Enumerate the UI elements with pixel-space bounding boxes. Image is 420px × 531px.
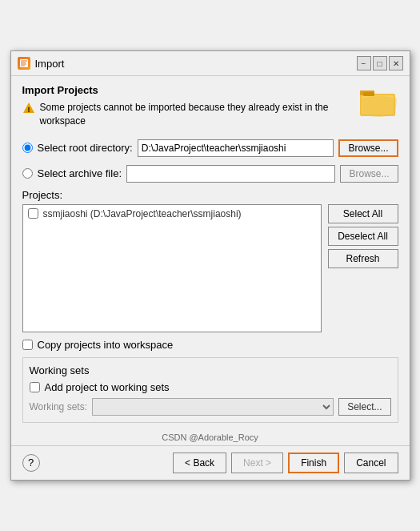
copy-checkbox-row: Copy projects into workspace bbox=[22, 339, 398, 351]
svg-text:!: ! bbox=[27, 106, 30, 114]
watermark: CSDN @Adorable_Rocy bbox=[11, 431, 410, 445]
root-dir-row: Select root directory: Browse... bbox=[22, 139, 398, 157]
project-checkbox[interactable] bbox=[28, 208, 38, 219]
copy-checkbox[interactable] bbox=[22, 340, 33, 350]
warning-text: Some projects cannot be imported because… bbox=[40, 101, 354, 128]
add-to-ws-row: Add project to working sets bbox=[30, 381, 391, 393]
project-item: ssmjiaoshi (D:\JavaProject\teacher\ssmji… bbox=[25, 207, 319, 221]
browse-root-button[interactable]: Browse... bbox=[338, 139, 398, 157]
cancel-button[interactable]: Cancel bbox=[344, 453, 398, 473]
help-button[interactable]: ? bbox=[22, 454, 40, 472]
project-name: ssmjiaoshi (D:\JavaProject\teacher\ssmji… bbox=[43, 208, 242, 219]
folder-svg bbox=[360, 86, 398, 118]
copy-label: Copy projects into workspace bbox=[38, 339, 174, 351]
header-left: Import Projects ! Some projects cannot b… bbox=[22, 84, 354, 131]
dialog-title: Import bbox=[35, 58, 357, 70]
working-sets-section: Working sets Add project to working sets… bbox=[22, 357, 398, 423]
working-sets-input-row: Working sets: Select... bbox=[30, 398, 391, 416]
root-dir-label: Select root directory: bbox=[38, 142, 133, 154]
next-button[interactable]: Next > bbox=[231, 453, 283, 473]
folder-icon bbox=[360, 86, 398, 120]
close-button[interactable]: ✕ bbox=[389, 56, 403, 70]
browse-archive-button[interactable]: Browse... bbox=[340, 165, 398, 183]
footer: ? < Back Next > Finish Cancel bbox=[11, 445, 410, 480]
finish-button[interactable]: Finish bbox=[288, 453, 339, 473]
footer-left: ? bbox=[22, 454, 40, 472]
ws-label: Working sets: bbox=[30, 401, 87, 412]
add-to-ws-label: Add project to working sets bbox=[45, 381, 170, 393]
projects-section: Projects: ssmjiaoshi (D:\JavaProject\tea… bbox=[22, 189, 398, 332]
warning-box: ! Some projects cannot be imported becau… bbox=[22, 98, 354, 131]
projects-buttons: Select All Deselect All Refresh bbox=[328, 204, 398, 332]
dialog-body: Import Projects ! Some projects cannot b… bbox=[11, 76, 410, 431]
archive-label: Select archive file: bbox=[38, 167, 122, 179]
back-button[interactable]: < Back bbox=[173, 453, 226, 473]
archive-radio[interactable] bbox=[22, 168, 33, 179]
add-to-ws-checkbox[interactable] bbox=[30, 382, 40, 392]
projects-label: Projects: bbox=[22, 189, 398, 201]
ws-select-button[interactable]: Select... bbox=[338, 398, 390, 416]
root-dir-input[interactable] bbox=[138, 139, 334, 157]
root-dir-radio[interactable] bbox=[22, 143, 33, 153]
header-row: Import Projects ! Some projects cannot b… bbox=[22, 84, 398, 131]
import-dialog: Import − □ ✕ Import Projects ! Some proj… bbox=[10, 50, 410, 481]
warning-icon: ! bbox=[22, 102, 35, 115]
minimize-button[interactable]: − bbox=[357, 56, 371, 70]
footer-right: < Back Next > Finish Cancel bbox=[173, 453, 398, 473]
deselect-all-button[interactable]: Deselect All bbox=[328, 227, 398, 246]
svg-rect-6 bbox=[363, 92, 374, 96]
ws-select[interactable] bbox=[92, 398, 334, 416]
refresh-button[interactable]: Refresh bbox=[328, 249, 398, 268]
restore-button[interactable]: □ bbox=[373, 56, 387, 70]
projects-area: ssmjiaoshi (D:\JavaProject\teacher\ssmji… bbox=[22, 204, 398, 332]
select-all-button[interactable]: Select All bbox=[328, 204, 398, 223]
working-sets-title: Working sets bbox=[30, 364, 391, 376]
title-bar: Import − □ ✕ bbox=[11, 51, 410, 76]
dialog-icon bbox=[18, 57, 30, 70]
projects-list[interactable]: ssmjiaoshi (D:\JavaProject\teacher\ssmji… bbox=[22, 204, 322, 332]
section-title: Import Projects bbox=[22, 84, 354, 96]
archive-input[interactable] bbox=[126, 165, 335, 183]
window-controls: − □ ✕ bbox=[357, 56, 403, 70]
archive-row: Select archive file: Browse... bbox=[22, 165, 398, 183]
